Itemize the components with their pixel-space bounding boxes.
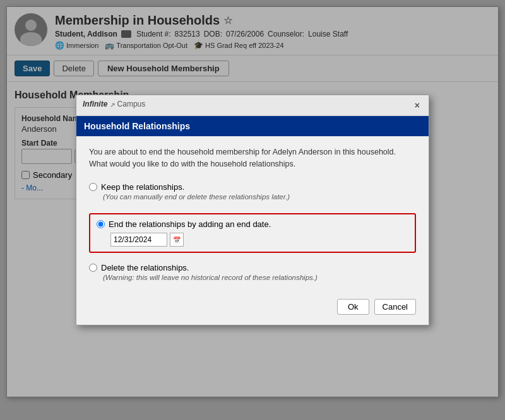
radio-keep-row: Keep the relationships.	[89, 182, 416, 192]
end-date-box: End the relationships by adding an end d…	[89, 213, 416, 253]
modal-dialog: Infinite ↗ Campus × Household Relationsh…	[76, 95, 429, 326]
end-date-input[interactable]	[110, 233, 167, 247]
cancel-button[interactable]: Cancel	[374, 299, 416, 315]
radio-option-delete: Delete the relationships. (Warning: this…	[89, 263, 416, 281]
modal-header-bar: Household Relationships	[76, 116, 429, 136]
modal-logo: Infinite ↗ Campus	[83, 99, 145, 112]
radio-group: Keep the relationships. (You can manuall…	[89, 182, 416, 281]
modal-title: Household Relationships	[84, 121, 190, 131]
radio-keep-sub: (You can manually end or delete these re…	[103, 193, 416, 201]
modal-titlebar: Infinite ↗ Campus ×	[76, 95, 429, 116]
radio-keep-input[interactable]	[89, 183, 97, 191]
radio-end-label[interactable]: End the relationships by adding an end d…	[109, 219, 271, 229]
infinite-campus-logo-text: Infinite ↗ Campus	[83, 99, 145, 112]
modal-close-button[interactable]: ×	[412, 100, 422, 110]
ok-button[interactable]: Ok	[337, 299, 369, 315]
radio-keep-label[interactable]: Keep the relationships.	[101, 182, 184, 192]
radio-option-end: End the relationships by adding an end d…	[89, 211, 416, 253]
radio-delete-label[interactable]: Delete the relationships.	[101, 263, 189, 272]
radio-end-row: End the relationships by adding an end d…	[97, 219, 408, 229]
modal-footer: Ok Cancel	[76, 291, 429, 325]
radio-end-input[interactable]	[97, 220, 105, 228]
radio-option-keep: Keep the relationships. (You can manuall…	[89, 182, 416, 201]
modal-overlay: Infinite ↗ Campus × Household Relationsh…	[0, 0, 505, 420]
modal-description: You are about to end the household membe…	[89, 146, 416, 170]
end-date-input-row: 📅	[110, 233, 408, 247]
end-date-calendar-button[interactable]: 📅	[170, 233, 184, 247]
modal-body: You are about to end the household membe…	[76, 136, 429, 292]
radio-delete-sub: (Warning: this will leave no historical …	[103, 274, 416, 281]
radio-delete-input[interactable]	[89, 264, 97, 272]
radio-delete-row: Delete the relationships.	[89, 263, 416, 272]
